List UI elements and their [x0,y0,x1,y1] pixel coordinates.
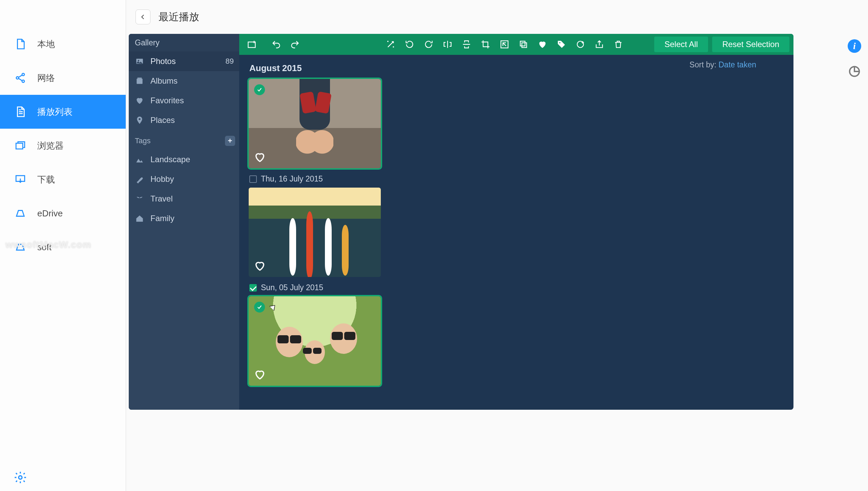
gallery-section-albums[interactable]: Albums [129,71,239,91]
tag-label: Family [150,214,174,223]
sidebar-item-soft[interactable]: soft [0,230,126,264]
settings-button[interactable] [14,471,27,484]
svg-rect-3 [16,143,23,149]
photo-grid: Sort by: Date taken August 2015 Thu, 16 … [239,55,793,410]
photo-thumbnail[interactable] [249,79,381,168]
selected-check-icon [254,302,265,313]
sidebar-item-label: 播放列表 [37,106,73,118]
tag-button[interactable] [553,37,570,52]
selected-check-icon [254,84,265,95]
favorite-heart-icon[interactable] [254,260,266,272]
photo-thumbnail[interactable] [249,188,381,277]
select-all-button[interactable]: Select All [654,37,708,52]
date-checkbox[interactable] [249,175,257,183]
favorite-heart-icon[interactable] [254,151,266,163]
favorite-button[interactable] [534,37,551,52]
svg-point-15 [559,42,561,43]
palm-icon [135,194,144,204]
svg-rect-14 [520,41,525,46]
svg-point-5 [19,476,22,479]
windows-icon [14,140,26,152]
date-header[interactable]: Sun, 05 July 2015 [249,283,785,292]
sidebar-item-network[interactable]: 网络 [0,61,126,95]
drive-icon [14,241,26,253]
gallery-section-label: Photos [150,57,176,66]
svg-point-7 [138,60,139,61]
date-label: Sun, 05 July 2015 [261,283,323,292]
svg-point-10 [139,118,140,120]
export-button[interactable] [591,37,608,52]
gallery-sidebar: Gallery Photos 89 Albums Favorites Place… [129,34,239,410]
photo-icon [135,57,144,66]
pie-chart-icon [848,65,861,78]
tag-hobby[interactable]: Hobby [129,169,239,189]
copy-button[interactable] [515,37,532,52]
add-tag-button[interactable]: + [225,136,235,146]
right-tool-strip: i [848,39,861,79]
rotate-left-button[interactable] [401,37,418,52]
sidebar-item-label: 浏览器 [37,140,64,152]
photo-toolbar: Select All Reset Selection [239,34,793,55]
download-icon [14,173,26,186]
heart-icon [135,96,144,105]
gallery-section-photos[interactable]: Photos 89 [129,51,239,71]
sidebar-item-download[interactable]: 下载 [0,163,126,196]
svg-rect-9 [138,78,142,79]
app-sidebar: 本地 网络 播放列表 浏览器 下载 eDrive [0,0,126,491]
rotate-right-button[interactable] [420,37,437,52]
gear-icon [14,471,27,484]
home-icon [135,214,144,223]
sidebar-item-label: 网络 [37,72,55,84]
gallery-panel: Gallery Photos 89 Albums Favorites Place… [129,34,793,410]
date-label: Thu, 16 July 2015 [261,174,323,184]
crop-button[interactable] [477,37,494,52]
date-checkbox[interactable] [249,284,257,292]
favorite-heart-icon[interactable] [254,369,266,380]
tag-label: Landscape [150,155,190,164]
back-button[interactable] [136,9,150,24]
sidebar-item-label: soft [37,242,51,253]
tag-family[interactable]: Family [129,209,239,228]
sidebar-item-local[interactable]: 本地 [0,27,126,61]
date-header[interactable]: Thu, 16 July 2015 [249,174,785,184]
tag-travel[interactable]: Travel [129,189,239,209]
sidebar-item-browser[interactable]: 浏览器 [0,129,126,163]
hobby-icon [135,174,144,184]
sidebar-item-edrive[interactable]: eDrive [0,196,126,230]
tag-landscape[interactable]: Landscape [129,150,239,169]
resize-button[interactable] [496,37,513,52]
undo-button[interactable] [268,37,285,52]
sidebar-item-label: 本地 [37,38,55,50]
sidebar-item-label: 下载 [37,174,55,186]
topbar: 最近播放 [126,0,868,34]
add-photo-button[interactable] [243,37,260,52]
photos-count: 89 [226,57,234,66]
info-button[interactable]: i [848,39,861,53]
tag-label: Travel [150,194,173,204]
flip-horizontal-button[interactable] [439,37,456,52]
landscape-icon [135,155,144,164]
gallery-section-label: Favorites [150,96,184,105]
gallery-section-favorites[interactable]: Favorites [129,91,239,110]
pin-icon [135,115,144,125]
flip-vertical-button[interactable] [458,37,475,52]
share-icon [14,72,26,84]
tags-header: Tags + [129,132,239,150]
redo-button[interactable] [287,37,304,52]
add-to-album-button[interactable] [572,37,589,52]
svg-rect-8 [137,79,142,84]
sort-by[interactable]: Sort by: Date taken [689,60,756,69]
sort-value: Date taken [719,60,756,69]
stats-button[interactable] [848,65,861,79]
drive-icon [14,207,26,219]
gallery-section-label: Places [150,115,175,125]
gallery-section-places[interactable]: Places [129,110,239,130]
reset-selection-button[interactable]: Reset Selection [712,37,789,52]
photo-thumbnail[interactable] [249,296,381,386]
gallery-section-label: Albums [150,76,178,86]
delete-button[interactable] [610,37,627,52]
auto-fix-button[interactable] [382,37,399,52]
tag-label: Hobby [150,174,174,184]
sidebar-item-playlist[interactable]: 播放列表 [0,95,126,129]
album-icon [135,76,144,86]
